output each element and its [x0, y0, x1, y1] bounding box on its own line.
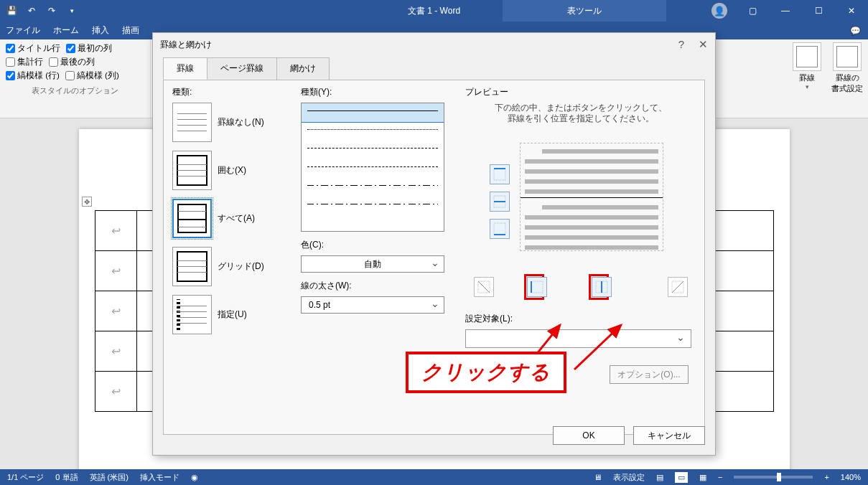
border-left-button[interactable] — [527, 277, 547, 297]
list-item[interactable] — [302, 178, 444, 197]
tab-borders[interactable]: 罫線 — [163, 57, 207, 80]
preview-label: プレビュー — [465, 86, 696, 98]
account-avatar[interactable]: 👤 — [703, 0, 736, 22]
svg-line-7 — [478, 281, 490, 293]
border-inside-h-button[interactable] — [490, 192, 510, 212]
border-diag-down-button[interactable] — [474, 277, 494, 297]
checkbox-first-column[interactable]: 最初の列 — [66, 43, 112, 54]
print-layout-icon[interactable]: ▭ — [675, 472, 688, 483]
read-mode-icon[interactable]: ▤ — [656, 473, 663, 482]
none-icon — [172, 103, 212, 142]
label: グリッド(D) — [218, 260, 264, 273]
status-word-count[interactable]: 0 単語 — [55, 472, 78, 483]
setting-custom[interactable]: 指定(U) — [172, 295, 291, 334]
list-item[interactable] — [302, 159, 444, 178]
status-page[interactable]: 1/1 ページ — [7, 472, 44, 483]
svg-rect-8 — [531, 281, 543, 293]
maximize-icon[interactable]: ☐ — [802, 0, 835, 22]
combo-value: 0.5 pt — [309, 300, 330, 310]
border-inside-v-button[interactable] — [592, 277, 612, 297]
label: 指定(U) — [218, 309, 247, 321]
close-icon[interactable]: ✕ — [835, 0, 868, 22]
setting-all[interactable]: すべて(A) — [172, 199, 291, 238]
width-combo[interactable]: 0.5 pt — [301, 296, 444, 314]
line-style-list[interactable] — [301, 103, 444, 232]
minimize-icon[interactable]: — — [769, 0, 802, 22]
checkbox-banded-rows[interactable]: 縞模様 (行) — [6, 70, 60, 81]
dialog-buttons: OK キャンセル — [553, 426, 705, 445]
svg-line-15 — [574, 325, 621, 369]
preview-bottom-buttons — [465, 274, 696, 300]
checkbox-total-row[interactable]: 集計行 — [6, 57, 43, 67]
border-painter-button[interactable]: 罫線の 書式設定 — [831, 42, 864, 94]
style-label: 種類(Y): — [301, 86, 455, 98]
tab-shading[interactable]: 網かけ — [276, 57, 330, 80]
list-item[interactable] — [302, 103, 444, 122]
display-settings-label[interactable]: 表示設定 — [613, 472, 645, 483]
setting-box[interactable]: 囲む(X) — [172, 151, 291, 190]
ribbon-borders-group: 罫線 罫線の 書式設定 ↘ — [790, 42, 864, 94]
checkbox-banded-cols[interactable]: 縞模様 (列) — [65, 70, 119, 81]
ribbon-share-icon[interactable]: 💬 — [850, 26, 861, 36]
web-layout-icon[interactable]: ▦ — [699, 473, 706, 482]
close-icon[interactable]: ✕ — [699, 38, 708, 51]
list-item[interactable] — [302, 141, 444, 159]
tab-file[interactable]: ファイル — [6, 24, 40, 37]
label: 罫線の 書式設定 — [831, 72, 864, 94]
border-top-button[interactable] — [490, 164, 510, 184]
annotation-arrow — [567, 319, 668, 377]
zoom-slider[interactable] — [734, 476, 813, 479]
zoom-out-icon[interactable]: − — [718, 473, 722, 481]
status-insert-mode[interactable]: 挿入モード — [140, 472, 179, 483]
svg-rect-4 — [494, 223, 505, 235]
zoom-level[interactable]: 140% — [841, 473, 861, 481]
label: 縞模様 (行) — [17, 70, 60, 81]
status-language[interactable]: 英語 (米国) — [90, 472, 129, 483]
redo-icon[interactable]: ↷ — [46, 5, 57, 17]
checkbox-last-column[interactable]: 最後の列 — [49, 57, 95, 67]
save-icon[interactable]: 💾 — [6, 5, 17, 17]
ok-button[interactable]: OK — [553, 426, 625, 445]
svg-rect-0 — [494, 169, 505, 180]
border-painter-icon — [833, 42, 862, 71]
setting-label: 種類: — [172, 86, 291, 98]
checkbox-header-row[interactable]: タイトル行 — [6, 43, 60, 54]
color-combo[interactable]: 自動 — [301, 255, 444, 273]
user-icon: 👤 — [711, 3, 727, 19]
tab-draw[interactable]: 描画 — [122, 24, 139, 37]
label: 罫線 — [790, 72, 823, 83]
border-diag-up-button[interactable] — [668, 277, 688, 297]
list-item[interactable] — [302, 197, 444, 215]
custom-icon — [172, 295, 212, 334]
qat-customize-icon[interactable]: ▾ — [66, 5, 78, 17]
zoom-in-icon[interactable]: + — [824, 473, 829, 481]
preview-cell-graphic[interactable] — [520, 143, 663, 251]
table-move-handle-icon[interactable]: ✥ — [82, 197, 92, 207]
cancel-button[interactable]: キャンセル — [633, 426, 705, 445]
help-icon[interactable]: ? — [678, 38, 684, 51]
setting-none[interactable]: 罫線なし(N) — [172, 103, 291, 142]
borders-dropdown[interactable]: 罫線 — [790, 42, 823, 94]
display-settings-icon[interactable]: 🖥 — [594, 473, 602, 481]
ribbon-display-options-icon[interactable]: ▢ — [736, 0, 769, 22]
status-bar: 1/1 ページ 0 単語 英語 (米国) 挿入モード ◉ 🖥 表示設定 ▤ ▭ … — [0, 469, 868, 485]
list-item[interactable] — [302, 122, 444, 141]
table-tools-context-tab[interactable]: 表ツール — [503, 0, 666, 22]
annotation-callout: クリックする — [406, 352, 566, 393]
preview-diagram[interactable] — [491, 134, 671, 260]
dialog-titlebar[interactable]: 罫線と網かけ ? ✕ — [153, 33, 715, 56]
tab-home[interactable]: ホーム — [53, 24, 79, 37]
color-label: 色(C): — [301, 239, 455, 251]
tab-insert[interactable]: 挿入 — [92, 24, 109, 37]
tab-page-border[interactable]: ページ罫線 — [207, 57, 277, 80]
macro-record-icon[interactable]: ◉ — [191, 473, 198, 482]
highlighted-inside-v-border — [589, 274, 609, 300]
all-icon — [172, 199, 212, 238]
border-bottom-button[interactable] — [490, 219, 510, 239]
grid-icon — [172, 247, 212, 286]
setting-grid[interactable]: グリッド(D) — [172, 247, 291, 286]
dialog-tabs: 罫線 ページ罫線 網かけ — [163, 57, 705, 80]
undo-icon[interactable]: ↶ — [26, 5, 37, 17]
quick-access-toolbar: 💾 ↶ ↷ ▾ — [0, 5, 78, 17]
label: 最初の列 — [78, 43, 112, 54]
